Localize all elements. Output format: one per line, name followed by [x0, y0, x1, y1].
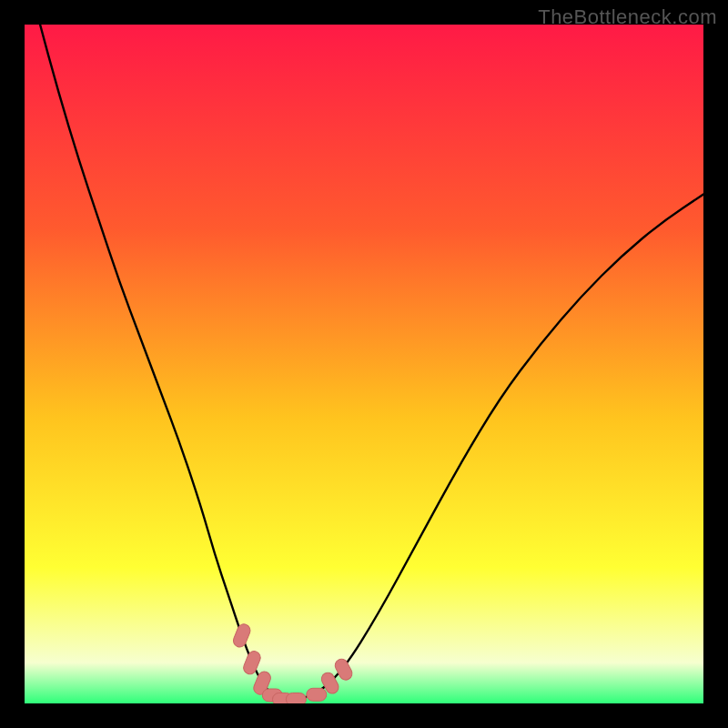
watermark-text: TheBottleneck.com — [538, 5, 717, 29]
curve-marker — [307, 688, 327, 701]
chart-svg — [25, 25, 703, 703]
bottleneck-chart — [25, 25, 703, 703]
curve-marker — [286, 693, 306, 704]
gradient-background — [25, 25, 703, 703]
outer-frame: TheBottleneck.com — [0, 0, 728, 728]
